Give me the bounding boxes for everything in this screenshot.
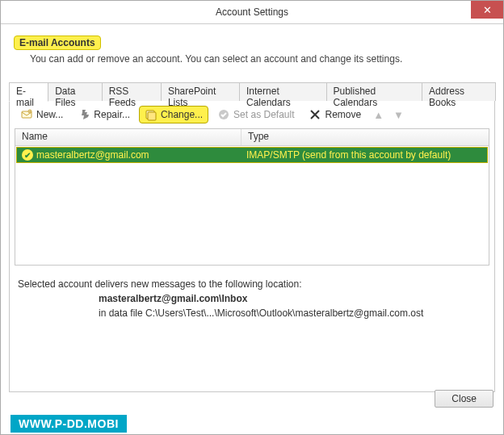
account-email: masteralbertz@gmail.com: [36, 149, 149, 161]
close-button[interactable]: Close: [435, 390, 494, 408]
column-header-name[interactable]: Name: [15, 129, 242, 145]
accounts-list: Name Type ✔ masteralbertz@gmail.com IMAP…: [15, 128, 489, 266]
new-label: New...: [36, 109, 63, 120]
remove-button[interactable]: Remove: [303, 106, 367, 123]
move-up-icon: ▲: [370, 109, 387, 121]
repair-button[interactable]: Repair...: [72, 106, 136, 123]
svg-text:✦: ✦: [28, 109, 32, 114]
account-row[interactable]: ✔ masteralbertz@gmail.com IMAP/SMTP (sen…: [16, 147, 488, 163]
delivery-datafile: in data file C:\Users\Test\...\Microsoft…: [18, 306, 486, 320]
watermark: WWW.P-DD.MOBI: [10, 415, 127, 433]
header-area: E-mail Accounts You can add or remove an…: [9, 32, 495, 73]
delivery-info: Selected account delivers new messages t…: [10, 266, 494, 320]
dialog-footer: Close: [9, 390, 494, 408]
tab-email[interactable]: E-mail: [9, 82, 48, 102]
new-button[interactable]: ✦ New...: [15, 106, 69, 123]
remove-icon: [309, 108, 321, 121]
window-content: E-mail Accounts You can add or remove an…: [1, 24, 503, 435]
tab-internet-calendars[interactable]: Internet Calendars: [239, 82, 326, 101]
column-header-type[interactable]: Type: [242, 129, 489, 145]
tab-rss-feeds[interactable]: RSS Feeds: [102, 82, 162, 101]
repair-label: Repair...: [94, 109, 130, 120]
delivery-intro: Selected account delivers new messages t…: [18, 277, 486, 291]
change-icon: [145, 108, 158, 121]
tab-strip: E-mail Data Files RSS Feeds SharePoint L…: [9, 82, 495, 101]
tab-address-books[interactable]: Address Books: [422, 82, 496, 101]
change-label: Change...: [161, 109, 203, 120]
account-row-type-cell: IMAP/SMTP (send from this account by def…: [242, 149, 487, 161]
tab-published-calendars[interactable]: Published Calendars: [326, 82, 423, 101]
default-label: Set as Default: [233, 109, 294, 120]
account-row-name-cell: ✔ masteralbertz@gmail.com: [17, 149, 242, 161]
set-default-button: Set as Default: [212, 106, 300, 123]
default-check-icon: ✔: [22, 149, 33, 161]
titlebar: Account Settings ✕: [1, 1, 503, 24]
delivery-location: masteralbertz@gmail.com\Inbox: [18, 291, 486, 306]
svg-rect-4: [148, 112, 156, 120]
change-button[interactable]: Change...: [139, 106, 208, 123]
tab-panel: E-mail Data Files RSS Feeds SharePoint L…: [9, 100, 495, 392]
window-title: Account Settings: [216, 6, 288, 18]
close-icon: ✕: [483, 4, 492, 16]
repair-icon: [78, 108, 90, 121]
move-down-icon: ▼: [390, 109, 407, 121]
section-description: You can add or remove an account. You ca…: [14, 50, 490, 65]
default-icon: [217, 108, 230, 121]
new-icon: ✦: [20, 108, 33, 121]
tab-data-files[interactable]: Data Files: [48, 82, 103, 101]
window-close-button[interactable]: ✕: [471, 1, 503, 19]
section-heading: E-mail Accounts: [14, 36, 101, 50]
remove-label: Remove: [325, 109, 361, 120]
tab-sharepoint-lists[interactable]: SharePoint Lists: [161, 82, 240, 101]
list-header: Name Type: [15, 129, 489, 146]
account-settings-window: Account Settings ✕ E-mail Accounts You c…: [0, 0, 504, 435]
